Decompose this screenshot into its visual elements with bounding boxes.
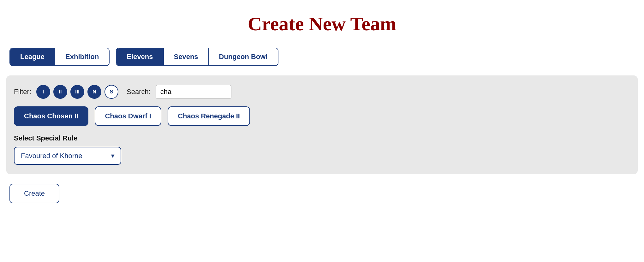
special-rule-select-wrapper: Favoured of Khorne Favoured of Nurgle Fa… (14, 147, 121, 165)
roster-chaos-dwarf-tier: I (149, 112, 151, 120)
tab-exhibition[interactable]: Exhibition (55, 48, 109, 65)
tab-groups: League Exhibition Elevens Sevens Dungeon… (6, 48, 638, 66)
special-rule-container: Select Special Rule Favoured of Khorne F… (14, 134, 630, 165)
filter-badge-III[interactable]: III (70, 85, 84, 99)
tab-dungeon-bowl[interactable]: Dungeon Bowl (208, 48, 278, 65)
roster-chaos-chosen-label: Chaos Chosen (24, 112, 73, 120)
roster-chaos-dwarf-label: Chaos Dwarf (105, 112, 147, 120)
page-title: Create New Team (6, 13, 638, 35)
filter-badge-I[interactable]: I (36, 85, 50, 99)
roster-chaos-chosen[interactable]: Chaos Chosen II (14, 106, 88, 126)
game-format-tab-group: Elevens Sevens Dungeon Bowl (116, 48, 278, 66)
create-button[interactable]: Create (9, 184, 59, 203)
filter-badge-N[interactable]: N (87, 85, 101, 99)
tab-league[interactable]: League (10, 48, 55, 65)
special-rule-select[interactable]: Favoured of Khorne Favoured of Nurgle Fa… (14, 147, 121, 165)
roster-chaos-chosen-tier: II (75, 112, 78, 120)
filter-label: Filter: (14, 88, 31, 96)
search-input[interactable] (156, 85, 231, 99)
search-label: Search: (127, 88, 151, 96)
filter-badge-II[interactable]: II (53, 85, 67, 99)
filter-section: Filter: I II III N S Search: Chaos Chose… (6, 75, 638, 174)
filter-badge-S[interactable]: S (104, 85, 118, 99)
filter-row: Filter: I II III N S Search: (14, 85, 630, 99)
tab-elevens[interactable]: Elevens (116, 48, 163, 65)
roster-chaos-renegade-tier: II (236, 112, 240, 120)
special-rule-label: Select Special Rule (14, 134, 630, 142)
roster-options: Chaos Chosen II Chaos Dwarf I Chaos Rene… (14, 106, 630, 126)
roster-chaos-renegade-label: Chaos Renegade (178, 112, 234, 120)
roster-chaos-renegade[interactable]: Chaos Renegade II (168, 106, 250, 126)
tab-sevens[interactable]: Sevens (163, 48, 208, 65)
roster-chaos-dwarf[interactable]: Chaos Dwarf I (95, 106, 161, 126)
match-type-tab-group: League Exhibition (9, 48, 110, 66)
filter-badges: I II III N S (36, 85, 118, 99)
